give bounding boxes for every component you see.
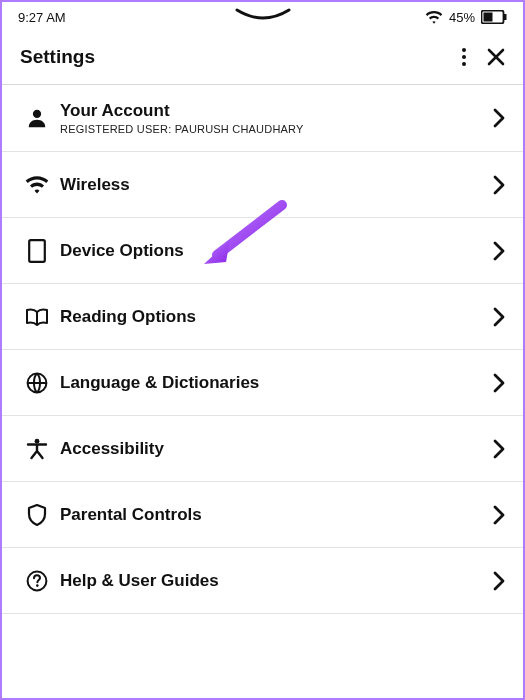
status-bar: 9:27 AM 45% xyxy=(2,2,523,32)
shield-icon xyxy=(20,504,54,526)
row-language-dictionaries[interactable]: Language & Dictionaries xyxy=(2,350,523,416)
book-icon xyxy=(20,308,54,326)
wifi-icon xyxy=(20,176,54,194)
row-label: Accessibility xyxy=(60,439,493,459)
close-button[interactable] xyxy=(487,48,505,66)
wifi-status-icon xyxy=(425,10,443,24)
svg-rect-7 xyxy=(29,240,45,262)
row-label: Help & User Guides xyxy=(60,571,493,591)
chevron-right-icon xyxy=(493,439,505,459)
svg-rect-2 xyxy=(484,13,493,22)
tablet-icon xyxy=(20,239,54,263)
svg-rect-1 xyxy=(504,14,507,20)
row-label: Language & Dictionaries xyxy=(60,373,493,393)
row-label: Reading Options xyxy=(60,307,493,327)
row-help-guides[interactable]: Help & User Guides xyxy=(2,548,523,614)
row-label: Wireless xyxy=(60,175,493,195)
settings-list: Your Account REGISTERED USER: PAURUSH CH… xyxy=(2,85,523,614)
chevron-right-icon xyxy=(493,108,505,128)
svg-point-5 xyxy=(462,62,466,66)
row-label: Parental Controls xyxy=(60,505,493,525)
user-icon xyxy=(20,107,54,129)
chevron-right-icon xyxy=(493,373,505,393)
more-options-button[interactable] xyxy=(461,47,467,67)
chevron-right-icon xyxy=(493,175,505,195)
globe-icon xyxy=(20,372,54,394)
help-icon xyxy=(20,570,54,592)
row-your-account[interactable]: Your Account REGISTERED USER: PAURUSH CH… xyxy=(2,85,523,152)
settings-header: Settings xyxy=(2,32,523,85)
row-parental-controls[interactable]: Parental Controls xyxy=(2,482,523,548)
svg-point-12 xyxy=(36,584,39,587)
chevron-right-icon xyxy=(493,505,505,525)
grab-handle-icon xyxy=(233,8,293,24)
row-wireless[interactable]: Wireless xyxy=(2,152,523,218)
svg-point-6 xyxy=(33,110,41,118)
row-sublabel: REGISTERED USER: PAURUSH CHAUDHARY xyxy=(60,123,493,135)
svg-point-10 xyxy=(35,438,40,443)
page-title: Settings xyxy=(20,46,95,68)
row-label: Device Options xyxy=(60,241,493,261)
chevron-right-icon xyxy=(493,241,505,261)
row-reading-options[interactable]: Reading Options xyxy=(2,284,523,350)
accessibility-icon xyxy=(20,438,54,460)
battery-percent: 45% xyxy=(449,10,475,25)
chevron-right-icon xyxy=(493,571,505,591)
row-accessibility[interactable]: Accessibility xyxy=(2,416,523,482)
row-device-options[interactable]: Device Options xyxy=(2,218,523,284)
row-label: Your Account xyxy=(60,101,493,121)
svg-point-3 xyxy=(462,48,466,52)
chevron-right-icon xyxy=(493,307,505,327)
svg-point-4 xyxy=(462,55,466,59)
status-time: 9:27 AM xyxy=(18,10,66,25)
battery-icon xyxy=(481,10,507,24)
